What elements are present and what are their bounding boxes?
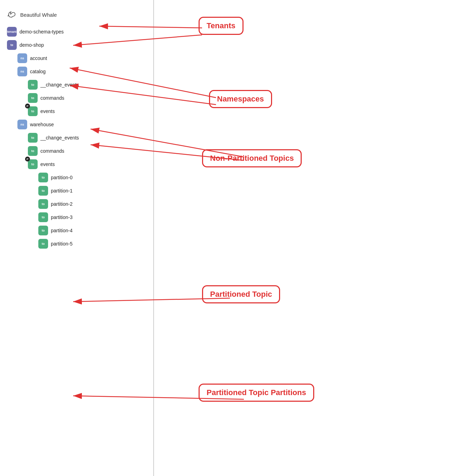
item-label: demo-schema-types [20,29,64,35]
annotation-non-partitioned-topics: Non-Partitioned Topics [202,149,302,167]
badge-wrapper: ns [17,53,27,63]
app-title: Beautiful Whale [20,12,57,18]
badge-wrapper: ns [17,67,27,76]
topic-badge: to [38,186,48,196]
annotation-label: Non-Partitioned Topics [210,154,294,163]
list-item[interactable]: to __change_events [7,78,160,91]
item-label: events [40,108,55,114]
item-label: demo-shop [20,42,44,48]
list-item[interactable]: ns catalog [7,65,160,78]
annotation-label: Partitioned Topic Partitions [207,388,306,397]
badge-wrapper: to [38,212,48,222]
badge-wrapper: P to [28,159,38,169]
topic-badge: to [28,133,38,143]
badge-wrapper: to [28,133,38,143]
topic-badge: to [38,239,48,249]
whale-icon [7,10,17,20]
topic-badge: to [38,226,48,235]
app-header: Beautiful Whale [7,7,160,25]
tenant-badge: te [7,40,17,50]
annotation-label: Tenants [207,21,235,30]
badge-wrapper: to [28,146,38,156]
badge-wrapper: tenant [7,27,17,37]
annotation-tenants: Tenants [199,17,244,35]
annotation-partitioned-topic-partitions: Partitioned Topic Partitions [199,384,314,402]
list-item[interactable]: te demo-shop [7,38,160,52]
divider-line [153,0,154,476]
item-label: events [40,161,55,167]
badge-wrapper: to [38,199,48,209]
list-item[interactable]: to __change_events [7,131,160,144]
topic-badge: to [28,146,38,156]
list-item[interactable]: P to events [7,158,160,171]
badge-wrapper: to [38,226,48,235]
topic-badge: to [28,159,38,169]
list-item[interactable]: to partition-3 [7,211,160,224]
list-item[interactable]: to partition-1 [7,184,160,197]
list-item[interactable]: to partition-5 [7,237,160,250]
topic-badge: to [28,106,38,116]
list-item[interactable]: to commands [7,144,160,158]
item-label: commands [40,95,64,101]
badge-wrapper: ns [17,120,27,129]
topic-badge: to [28,80,38,90]
main-container: Beautiful Whale tenant demo-schema-types… [0,0,471,476]
namespace-badge: ns [17,67,27,76]
namespace-badge: ns [17,120,27,129]
annotation-partitioned-topic: Partitioned Topic [202,285,280,303]
namespace-badge: ns [17,53,27,63]
item-label: account [30,55,47,61]
item-label: commands [40,148,64,154]
partitioned-indicator: P [25,157,30,161]
badge-wrapper: te [7,40,17,50]
item-label: __change_events [40,82,79,88]
annotation-label: Partitioned Topic [210,290,272,299]
item-label: partition-4 [51,228,72,233]
badge-wrapper: to [28,93,38,103]
partitioned-indicator: P [25,104,30,108]
list-item[interactable]: tenant demo-schema-types [7,25,160,38]
list-item[interactable]: to partition-2 [7,197,160,211]
item-label: partition-1 [51,188,72,194]
list-item[interactable]: ns warehouse [7,118,160,131]
topic-badge: to [38,212,48,222]
tree-panel: Beautiful Whale tenant demo-schema-types… [0,0,160,476]
annotation-label: Namespaces [217,95,264,103]
topic-badge: to [28,93,38,103]
badge-wrapper: P to [28,106,38,116]
item-label: warehouse [30,122,54,127]
badge-wrapper: to [38,173,48,182]
annotation-namespaces: Namespaces [209,90,272,108]
tenant-badge: tenant [7,27,17,37]
list-item[interactable]: ns account [7,52,160,65]
badge-wrapper: to [28,80,38,90]
list-item[interactable]: to partition-4 [7,224,160,237]
item-label: partition-0 [51,175,72,180]
list-item[interactable]: P to events [7,105,160,118]
list-item[interactable]: to commands [7,91,160,105]
item-label: partition-2 [51,201,72,207]
badge-wrapper: to [38,186,48,196]
item-label: partition-3 [51,214,72,220]
topic-badge: to [38,173,48,182]
item-label: __change_events [40,135,79,141]
badge-wrapper: to [38,239,48,249]
item-label: catalog [30,69,46,74]
topic-badge: to [38,199,48,209]
list-item[interactable]: to partition-0 [7,171,160,184]
item-label: partition-5 [51,241,72,247]
